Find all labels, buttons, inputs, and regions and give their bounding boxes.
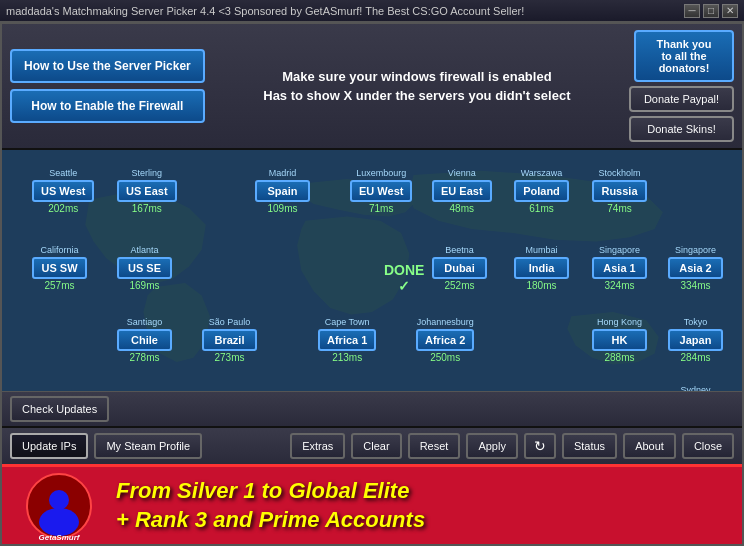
server-location-warszawa: Warszawa — [521, 168, 563, 179]
server-button-capetown[interactable]: Africa 1 — [318, 329, 376, 351]
server-button-tokyo[interactable]: Japan — [668, 329, 723, 351]
top-bar: How to Use the Server Picker How to Enab… — [2, 24, 742, 150]
check-updates-button[interactable]: Check Updates — [10, 396, 109, 422]
ad-banner[interactable]: GetaSmurf From Silver 1 to Global Elite … — [2, 464, 742, 544]
server-ping-hongkong: 288ms — [604, 352, 634, 363]
server-node-atlanta: AtlantaUS SE169ms — [117, 245, 172, 291]
left-buttons: How to Use the Server Picker How to Enab… — [10, 49, 205, 123]
minimize-button[interactable]: ─ — [684, 4, 700, 18]
window-controls: ─ □ ✕ — [684, 4, 738, 18]
server-location-tokyo: Tokyo — [684, 317, 708, 328]
server-button-vienna[interactable]: EU East — [432, 180, 492, 202]
server-node-sterling: SterlingUS East167ms — [117, 168, 177, 214]
server-button-madrid[interactable]: Spain — [255, 180, 310, 202]
server-node-johannesburg: JohannesburgAfrica 2250ms — [416, 317, 474, 363]
bottom-bar: Update IPs My Steam Profile Extras Clear… — [2, 426, 742, 464]
server-location-sterling: Sterling — [132, 168, 163, 179]
server-ping-madrid: 109ms — [267, 203, 297, 214]
server-ping-mumbai: 180ms — [526, 280, 556, 291]
server-ping-stockholm: 74ms — [607, 203, 631, 214]
refresh-button[interactable]: ↻ — [524, 433, 556, 459]
ad-text: From Silver 1 to Global Elite + Rank 3 a… — [116, 477, 425, 534]
how-to-use-button[interactable]: How to Use the Server Picker — [10, 49, 205, 83]
server-button-luxembourg[interactable]: EU West — [350, 180, 412, 202]
server-ping-singapore1: 324ms — [604, 280, 634, 291]
close-window-button[interactable]: ✕ — [722, 4, 738, 18]
svg-point-2 — [49, 490, 69, 510]
donate-skins-button[interactable]: Donate Skins! — [629, 116, 734, 142]
server-button-warszawa[interactable]: Poland — [514, 180, 569, 202]
server-ping-luxembourg: 71ms — [369, 203, 393, 214]
server-button-saopaulo[interactable]: Brazil — [202, 329, 257, 351]
server-button-california[interactable]: US SW — [32, 257, 87, 279]
server-node-california: CaliforniaUS SW257ms — [32, 245, 87, 291]
server-button-beetna[interactable]: Dubai — [432, 257, 487, 279]
donate-paypal-button[interactable]: Donate Paypal! — [629, 86, 734, 112]
server-ping-santiago: 278ms — [129, 352, 159, 363]
server-node-singapore1: SingaporeAsia 1324ms — [592, 245, 647, 291]
server-location-beetna: Beetna — [445, 245, 474, 256]
server-location-california: California — [40, 245, 78, 256]
server-node-warszawa: WarszawaPoland61ms — [514, 168, 569, 214]
server-ping-seattle: 202ms — [48, 203, 78, 214]
server-location-hongkong: Hong Kong — [597, 317, 642, 328]
update-ips-button[interactable]: Update IPs — [10, 433, 88, 459]
server-ping-vienna: 48ms — [450, 203, 474, 214]
ad-logo: GetaSmurf — [14, 472, 104, 540]
title-bar: maddada's Matchmaking Server Picker 4.4 … — [0, 0, 744, 22]
center-notice: Make sure your windows firewall is enabl… — [213, 67, 621, 106]
server-location-luxembourg: Luxembourg — [356, 168, 406, 179]
clear-button[interactable]: Clear — [351, 433, 401, 459]
server-location-singapore2: Singapore — [675, 245, 716, 256]
server-ping-beetna: 252ms — [444, 280, 474, 291]
server-node-mumbai: MumbaiIndia180ms — [514, 245, 569, 291]
server-node-vienna: ViennaEU East48ms — [432, 168, 492, 214]
server-node-stockholm: StockholmRussia74ms — [592, 168, 647, 214]
status-button[interactable]: Status — [562, 433, 617, 459]
my-steam-profile-button[interactable]: My Steam Profile — [94, 433, 202, 459]
server-node-beetna: BeetnaDubai252ms — [432, 245, 487, 291]
window-title: maddada's Matchmaking Server Picker 4.4 … — [6, 5, 524, 17]
maximize-button[interactable]: □ — [703, 4, 719, 18]
apply-button[interactable]: Apply — [466, 433, 518, 459]
server-button-hongkong[interactable]: HK — [592, 329, 647, 351]
map-area: SeattleUS West202msSterlingUS East167msM… — [2, 150, 742, 391]
server-button-atlanta[interactable]: US SE — [117, 257, 172, 279]
server-location-sydney: Sydney — [680, 385, 710, 391]
svg-point-1 — [39, 508, 79, 536]
reset-button[interactable]: Reset — [408, 433, 461, 459]
server-node-seattle: SeattleUS West202ms — [32, 168, 94, 214]
server-button-santiago[interactable]: Chile — [117, 329, 172, 351]
about-button[interactable]: About — [623, 433, 676, 459]
server-node-tokyo: TokyoJapan284ms — [668, 317, 723, 363]
server-button-sterling[interactable]: US East — [117, 180, 177, 202]
server-ping-saopaulo: 273ms — [214, 352, 244, 363]
svg-text:GetaSmurf: GetaSmurf — [39, 533, 81, 540]
extras-button[interactable]: Extras — [290, 433, 345, 459]
thank-you-box: Thank youto all thedonators! — [634, 30, 734, 82]
server-ping-singapore2: 334ms — [680, 280, 710, 291]
close-button[interactable]: Close — [682, 433, 734, 459]
server-ping-tokyo: 284ms — [680, 352, 710, 363]
how-to-firewall-button[interactable]: How to Enable the Firewall — [10, 89, 205, 123]
server-node-capetown: Cape TownAfrica 1213ms — [318, 317, 376, 363]
server-node-singapore2: SingaporeAsia 2334ms — [668, 245, 723, 291]
server-button-seattle[interactable]: US West — [32, 180, 94, 202]
server-location-madrid: Madrid — [269, 168, 297, 179]
server-button-johannesburg[interactable]: Africa 2 — [416, 329, 474, 351]
server-location-stockholm: Stockholm — [598, 168, 640, 179]
server-location-vienna: Vienna — [448, 168, 476, 179]
server-location-atlanta: Atlanta — [130, 245, 158, 256]
server-location-saopaulo: São Paulo — [209, 317, 251, 328]
server-button-mumbai[interactable]: India — [514, 257, 569, 279]
server-button-singapore1[interactable]: Asia 1 — [592, 257, 647, 279]
main-window: How to Use the Server Picker How to Enab… — [0, 22, 744, 546]
server-button-singapore2[interactable]: Asia 2 — [668, 257, 723, 279]
server-node-sydney: SydneyAus — [668, 385, 723, 391]
server-button-stockholm[interactable]: Russia — [592, 180, 647, 202]
server-location-santiago: Santiago — [127, 317, 163, 328]
server-ping-warszawa: 61ms — [529, 203, 553, 214]
server-ping-sterling: 167ms — [132, 203, 162, 214]
server-node-saopaulo: São PauloBrazil273ms — [202, 317, 257, 363]
server-location-johannesburg: Johannesburg — [417, 317, 474, 328]
